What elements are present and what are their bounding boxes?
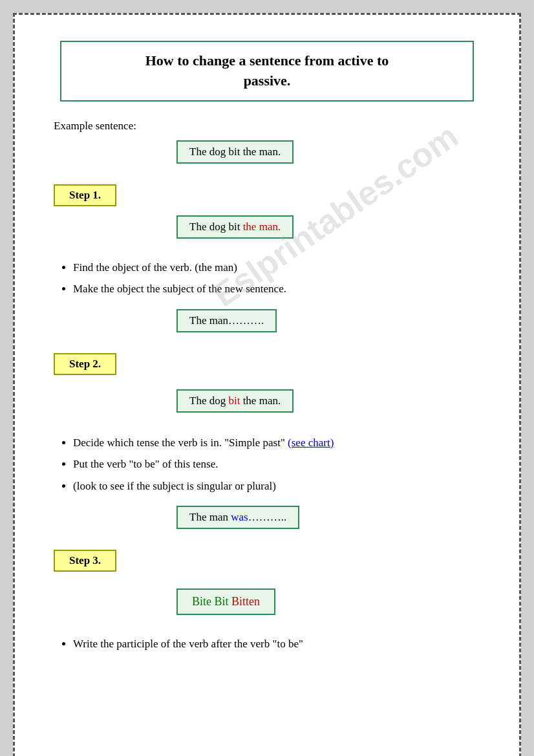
step1-result-container: The man……….: [176, 309, 487, 343]
step3-bullet-list: Write the participle of the verb after t…: [73, 636, 487, 653]
list-item: Decide which tense the verb is in. "Simp…: [73, 435, 487, 451]
step2-result-container: The man was………..: [176, 506, 487, 539]
step1-highlighted-sentence-container: The dog bit the man.: [176, 215, 487, 249]
step2-highlighted-sentence-container: The dog bit the man.: [176, 389, 487, 423]
bite-word: Bite: [192, 595, 211, 608]
step1-section: Step 1. The dog bit the man. Find the ob…: [47, 184, 487, 343]
step1-label: Step 1.: [54, 184, 116, 206]
step2-result-suffix: ………..: [248, 511, 287, 523]
list-item: Put the verb "to be" of this tense.: [73, 456, 487, 473]
bit-word: Bit: [215, 595, 229, 608]
step3-section: Step 3. Bite Bit Bitten Write the partic…: [47, 550, 487, 653]
step2-sentence-prefix: The dog: [189, 394, 228, 407]
step2-result-prefix: The man: [189, 511, 231, 523]
list-item: Find the object of the verb. (the man): [73, 259, 487, 276]
step2-result-highlight: was: [231, 511, 248, 523]
step2-sentence-highlight: bit: [228, 394, 240, 407]
step2-section: Step 2. The dog bit the man. Decide whic…: [47, 353, 487, 540]
page-title: How to change a sentence from active to …: [74, 51, 460, 91]
example-sentence: The dog bit the man.: [176, 140, 294, 164]
step1-sentence-highlight: the man.: [243, 221, 281, 233]
step1-result: The man……….: [176, 309, 277, 332]
bite-box-container: Bite Bit Bitten: [176, 589, 487, 625]
step2-bullet-list: Decide which tense the verb is in. "Simp…: [73, 435, 487, 495]
step2-sentence-suffix: the man.: [240, 394, 281, 407]
list-item: Write the participle of the verb after t…: [73, 636, 487, 653]
see-chart-link[interactable]: (see chart): [288, 437, 334, 449]
bitten-word: Bitten: [231, 595, 260, 608]
example-sentence-container: The dog bit the man.: [176, 140, 487, 174]
step2-label: Step 2.: [54, 353, 116, 375]
title-box: How to change a sentence from active to …: [60, 41, 474, 102]
step1-sentence-prefix: The dog bit: [189, 221, 243, 233]
step1-highlighted-sentence: The dog bit the man.: [176, 215, 294, 239]
step3-label: Step 3.: [54, 550, 116, 572]
bite-bit-bitten-box: Bite Bit Bitten: [176, 589, 275, 615]
step1-bullet-list: Find the object of the verb. (the man) M…: [73, 259, 487, 297]
step2-result: The man was………..: [176, 506, 299, 529]
page: Eslprintables.com How to change a senten…: [13, 13, 521, 756]
example-label: Example sentence:: [54, 120, 487, 133]
list-item: Make the object the subject of the new s…: [73, 281, 487, 297]
step2-highlighted-sentence: The dog bit the man.: [176, 389, 294, 413]
list-item: (look to see if the subject is singular …: [73, 478, 487, 495]
